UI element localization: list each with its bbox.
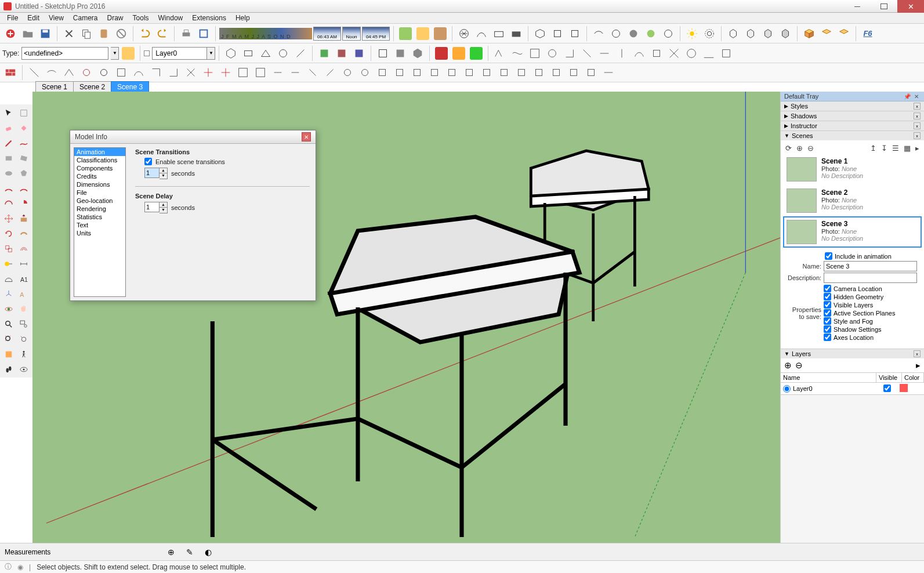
- time-noon[interactable]: Noon: [342, 27, 361, 41]
- pb-icon[interactable]: [548, 64, 564, 81]
- polygon-icon[interactable]: [16, 166, 31, 180]
- ext-icon[interactable]: [596, 45, 613, 61]
- ext-icon[interactable]: [527, 45, 543, 61]
- offset-icon[interactable]: [16, 241, 31, 256]
- tape-icon[interactable]: [1, 256, 16, 271]
- ext-icon[interactable]: [701, 45, 717, 61]
- tray-close-icon[interactable]: ✕: [912, 93, 921, 100]
- menu-view[interactable]: View: [44, 13, 68, 23]
- orbit-icon[interactable]: [1, 302, 16, 316]
- ext-icon[interactable]: [258, 45, 274, 61]
- menu-camera[interactable]: Camera: [68, 13, 103, 23]
- ext-icon[interactable]: [316, 45, 332, 61]
- arc2-icon[interactable]: [16, 181, 31, 195]
- new-file-icon[interactable]: [2, 26, 19, 42]
- spinner-down-icon[interactable]: ▼: [160, 208, 167, 213]
- mi-cat-classifications[interactable]: Classifications: [74, 156, 125, 164]
- redo-icon[interactable]: [154, 26, 171, 42]
- pb-icon[interactable]: [461, 64, 477, 81]
- pushpull-icon[interactable]: [16, 211, 31, 226]
- mi-cat-geo[interactable]: Geo-location: [74, 197, 125, 205]
- mi-transition-input[interactable]: [144, 168, 160, 178]
- ext-icon[interactable]: [561, 45, 578, 61]
- freehand-icon[interactable]: [16, 136, 31, 150]
- delete-icon[interactable]: [113, 26, 129, 42]
- ext-icon[interactable]: [468, 45, 484, 61]
- pb-icon[interactable]: [409, 64, 425, 81]
- style-texture-icon[interactable]: [643, 26, 659, 42]
- walk-icon[interactable]: [16, 347, 31, 361]
- print-icon[interactable]: [178, 26, 194, 42]
- select-icon[interactable]: [1, 106, 16, 120]
- ext-icon[interactable]: [718, 45, 734, 61]
- rotrect-icon[interactable]: [16, 151, 31, 165]
- undo-icon[interactable]: [137, 26, 153, 42]
- pb-icon[interactable]: [96, 64, 112, 81]
- box-1-icon[interactable]: [801, 26, 817, 42]
- pie-icon[interactable]: [16, 196, 31, 211]
- pb-icon[interactable]: [444, 64, 460, 81]
- mi-delay-input[interactable]: [144, 202, 160, 212]
- save-file-icon[interactable]: [37, 26, 53, 42]
- ext-icon[interactable]: [292, 45, 309, 61]
- menu-extensions[interactable]: Extensions: [187, 13, 231, 23]
- layers-head-name[interactable]: Name: [781, 373, 876, 382]
- pb-icon[interactable]: [131, 64, 147, 81]
- mi-cat-dimensions[interactable]: Dimensions: [74, 180, 125, 188]
- scene-tab-2[interactable]: Scene 2: [73, 81, 111, 92]
- arc3-icon[interactable]: [1, 196, 16, 211]
- scene-grid-icon[interactable]: ▦: [904, 144, 911, 153]
- solid-3-icon[interactable]: [760, 26, 776, 42]
- pb-icon[interactable]: [165, 64, 182, 81]
- spinner-up-icon[interactable]: ▲: [160, 168, 167, 173]
- gear-icon[interactable]: [701, 26, 718, 42]
- pb-icon[interactable]: [200, 64, 216, 81]
- zoomwin-icon[interactable]: [16, 317, 31, 331]
- pb-icon[interactable]: [235, 64, 251, 81]
- scene-list-icon[interactable]: ☰: [892, 144, 899, 153]
- scene-add-icon[interactable]: ⊕: [796, 144, 803, 153]
- tray-pin-icon[interactable]: 📌: [902, 93, 912, 100]
- style-hidden-icon[interactable]: [608, 26, 624, 42]
- followme-icon[interactable]: [16, 226, 31, 241]
- pb-icon[interactable]: [426, 64, 443, 81]
- help-icon-2[interactable]: ◉: [17, 563, 23, 571]
- layer-visible-checkbox[interactable]: [883, 385, 891, 392]
- scene-tab-1[interactable]: Scene 1: [35, 81, 74, 92]
- ext-icon[interactable]: [392, 45, 408, 61]
- ext-icon[interactable]: [240, 45, 256, 61]
- pb-icon[interactable]: [513, 64, 530, 81]
- mi-delay-spinner[interactable]: ▲▼: [144, 202, 168, 213]
- layer-remove-icon[interactable]: ⊖: [795, 360, 803, 371]
- zoom-icon[interactable]: [1, 317, 16, 331]
- pb-icon[interactable]: [566, 64, 582, 81]
- rotate-icon[interactable]: [1, 226, 16, 241]
- rectangle-icon[interactable]: [1, 151, 16, 165]
- pb-icon[interactable]: [183, 64, 199, 81]
- ext-icon[interactable]: [579, 45, 595, 61]
- style-mono-icon[interactable]: [660, 26, 676, 42]
- view-style-3-icon[interactable]: [491, 26, 507, 42]
- view-top-icon[interactable]: [549, 26, 566, 42]
- scene-item-2[interactable]: Scene 2 Photo: None No Description: [783, 185, 922, 216]
- view-style-4-icon[interactable]: [508, 26, 524, 42]
- pb-icon[interactable]: [44, 64, 60, 81]
- ext-icon[interactable]: [451, 45, 467, 61]
- sun-icon[interactable]: [684, 26, 700, 42]
- pb-icon[interactable]: [287, 64, 303, 81]
- layers-head-visible[interactable]: Visible: [876, 373, 902, 382]
- tray-sec-shadows[interactable]: ▶Shadowsx: [781, 111, 924, 121]
- pb-icon[interactable]: [252, 64, 269, 81]
- scene-tab-3[interactable]: Scene 3: [111, 81, 149, 92]
- window-close-button[interactable]: ✕: [897, 0, 924, 13]
- section-close-icon[interactable]: x: [914, 132, 921, 139]
- pb-icon[interactable]: [218, 64, 234, 81]
- pb-icon[interactable]: [392, 64, 408, 81]
- style-shaded-icon[interactable]: [625, 26, 642, 42]
- layer-add-icon[interactable]: ⊕: [784, 360, 792, 371]
- feet-icon[interactable]: [1, 362, 16, 376]
- protractor-icon[interactable]: [1, 271, 16, 286]
- pb-icon[interactable]: [496, 64, 512, 81]
- style-wire-icon[interactable]: [590, 26, 607, 42]
- chk-layers[interactable]: [824, 301, 831, 309]
